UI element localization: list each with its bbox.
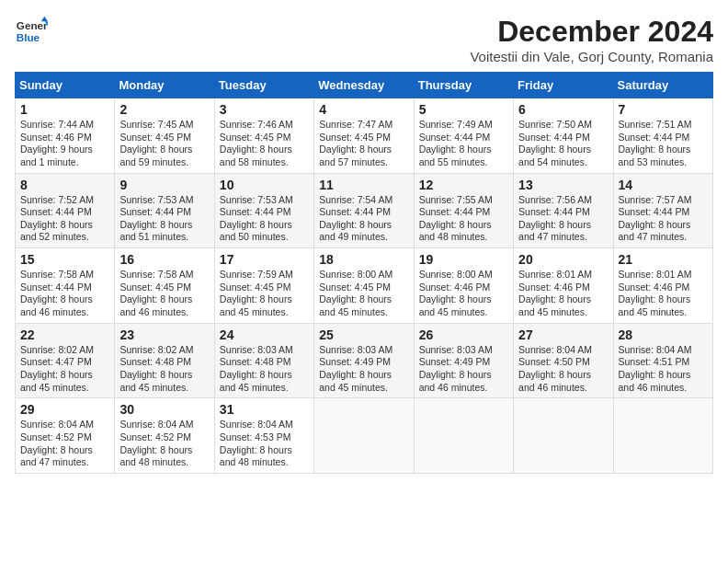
- day-info-line: Daylight: 8 hours: [319, 369, 408, 382]
- day-info-line: Daylight: 8 hours: [220, 219, 309, 232]
- day-info-line: Sunset: 4:50 PM: [518, 356, 608, 369]
- day-number: 7: [619, 102, 708, 117]
- day-info-line: and 46 minutes.: [419, 382, 508, 395]
- day-info-line: Sunrise: 7:47 AM: [319, 119, 408, 132]
- day-info-line: Sunset: 4:44 PM: [619, 132, 708, 144]
- day-info-line: Sunrise: 8:00 AM: [419, 269, 508, 282]
- day-number: 29: [20, 402, 109, 417]
- calendar-cell: 30Sunrise: 8:04 AMSunset: 4:52 PMDayligh…: [115, 398, 214, 474]
- calendar-cell: 7Sunrise: 7:51 AMSunset: 4:44 PMDaylight…: [613, 98, 712, 174]
- calendar-cell: 11Sunrise: 7:54 AMSunset: 4:44 PMDayligh…: [314, 173, 414, 248]
- day-number: 20: [518, 252, 608, 267]
- day-info-line: Sunset: 4:44 PM: [319, 206, 408, 219]
- day-number: 26: [419, 327, 508, 342]
- day-info-line: Sunset: 4:44 PM: [419, 206, 508, 219]
- day-info-line: Sunrise: 7:45 AM: [119, 119, 209, 132]
- day-info-line: Sunrise: 7:57 AM: [619, 194, 708, 207]
- day-info-line: Sunrise: 7:55 AM: [419, 194, 508, 207]
- day-info-line: Sunrise: 8:04 AM: [619, 344, 708, 357]
- day-info-line: Sunset: 4:44 PM: [220, 206, 309, 219]
- day-info-line: Sunrise: 7:53 AM: [119, 194, 209, 207]
- day-number: 13: [518, 178, 608, 192]
- day-number: 16: [119, 252, 209, 267]
- week-row-1: 1Sunrise: 7:44 AMSunset: 4:46 PMDaylight…: [16, 98, 713, 174]
- day-info-line: and 53 minutes.: [619, 156, 708, 169]
- day-info-line: and 52 minutes.: [20, 231, 109, 244]
- day-number: 31: [220, 402, 309, 417]
- day-info-line: Sunrise: 7:58 AM: [20, 269, 109, 282]
- calendar-cell: 4Sunrise: 7:47 AMSunset: 4:45 PMDaylight…: [314, 98, 414, 174]
- day-info-line: and 1 minute.: [20, 156, 109, 169]
- day-info-line: Sunrise: 8:04 AM: [20, 419, 109, 431]
- day-info-line: Daylight: 8 hours: [119, 444, 209, 457]
- day-info-line: Daylight: 8 hours: [619, 293, 708, 306]
- day-info-line: and 46 minutes.: [119, 306, 209, 319]
- calendar-cell: 14Sunrise: 7:57 AMSunset: 4:44 PMDayligh…: [613, 173, 712, 248]
- day-info-line: and 45 minutes.: [20, 382, 109, 395]
- column-header-friday: Friday: [514, 73, 613, 98]
- day-info-line: Sunrise: 7:51 AM: [619, 119, 708, 132]
- day-info-line: Sunrise: 7:56 AM: [518, 194, 608, 207]
- day-info-line: and 45 minutes.: [319, 382, 408, 395]
- day-info-line: Daylight: 8 hours: [419, 144, 508, 156]
- day-info-line: Daylight: 8 hours: [319, 219, 408, 232]
- day-info-line: Sunset: 4:49 PM: [319, 356, 408, 369]
- day-info-line: Sunset: 4:45 PM: [119, 282, 209, 294]
- day-info-line: Sunset: 4:48 PM: [119, 356, 209, 369]
- calendar-cell: 23Sunrise: 8:02 AMSunset: 4:48 PMDayligh…: [115, 323, 214, 398]
- day-number: 28: [619, 327, 708, 342]
- day-info-line: Sunrise: 8:02 AM: [20, 344, 109, 357]
- day-number: 1: [20, 102, 109, 117]
- day-info-line: and 45 minutes.: [119, 382, 209, 395]
- calendar-header: SundayMondayTuesdayWednesdayThursdayFrid…: [16, 73, 713, 98]
- day-info-line: Sunset: 4:53 PM: [220, 431, 309, 444]
- day-info-line: Sunrise: 8:03 AM: [419, 344, 508, 357]
- day-info-line: Daylight: 8 hours: [619, 219, 708, 232]
- day-info-line: Daylight: 8 hours: [119, 144, 209, 156]
- day-info-line: Daylight: 8 hours: [518, 369, 608, 382]
- day-info-line: and 59 minutes.: [119, 156, 209, 169]
- day-info-line: and 48 minutes.: [119, 456, 209, 469]
- day-info-line: Sunset: 4:46 PM: [20, 132, 109, 144]
- day-info-line: and 50 minutes.: [220, 231, 309, 244]
- day-info-line: and 55 minutes.: [419, 156, 508, 169]
- day-number: 4: [319, 102, 408, 117]
- day-info-line: Sunset: 4:45 PM: [119, 132, 209, 144]
- day-info-line: Sunrise: 7:50 AM: [518, 119, 608, 132]
- day-info-line: Sunrise: 7:49 AM: [419, 119, 508, 132]
- month-title: December 2024: [470, 15, 713, 49]
- calendar-cell: 8Sunrise: 7:52 AMSunset: 4:44 PMDaylight…: [16, 173, 115, 248]
- day-number: 8: [20, 178, 109, 192]
- day-info-line: Daylight: 8 hours: [518, 144, 608, 156]
- day-info-line: Sunrise: 7:46 AM: [220, 119, 309, 132]
- day-number: 27: [518, 327, 608, 342]
- day-info-line: and 46 minutes.: [518, 382, 608, 395]
- day-info-line: Sunset: 4:44 PM: [20, 282, 109, 294]
- day-info-line: Sunset: 4:44 PM: [619, 206, 708, 219]
- column-header-saturday: Saturday: [613, 73, 712, 98]
- day-info-line: and 46 minutes.: [20, 306, 109, 319]
- day-info-line: Sunset: 4:52 PM: [119, 431, 209, 444]
- day-info-line: and 48 minutes.: [419, 231, 508, 244]
- day-info-line: and 51 minutes.: [119, 231, 209, 244]
- week-row-3: 15Sunrise: 7:58 AMSunset: 4:44 PMDayligh…: [16, 248, 713, 324]
- day-number: 22: [20, 327, 109, 342]
- column-header-monday: Monday: [115, 73, 214, 98]
- day-info-line: and 47 minutes.: [518, 231, 608, 244]
- day-number: 5: [419, 102, 508, 117]
- calendar-table: SundayMondayTuesdayWednesdayThursdayFrid…: [15, 72, 713, 474]
- day-info-line: Daylight: 8 hours: [220, 369, 309, 382]
- calendar-cell: 25Sunrise: 8:03 AMSunset: 4:49 PMDayligh…: [314, 323, 414, 398]
- column-header-thursday: Thursday: [414, 73, 513, 98]
- day-info-line: Sunrise: 8:04 AM: [220, 419, 309, 431]
- day-info-line: and 58 minutes.: [220, 156, 309, 169]
- day-info-line: Sunset: 4:44 PM: [119, 206, 209, 219]
- day-info-line: Sunrise: 8:03 AM: [220, 344, 309, 357]
- day-info-line: and 45 minutes.: [419, 306, 508, 319]
- day-number: 21: [619, 252, 708, 267]
- title-area: December 2024 Voitestii din Vale, Gorj C…: [470, 15, 713, 64]
- day-info-line: Sunrise: 8:01 AM: [518, 269, 608, 282]
- day-info-line: and 45 minutes.: [220, 382, 309, 395]
- calendar-cell: 15Sunrise: 7:58 AMSunset: 4:44 PMDayligh…: [16, 248, 115, 324]
- week-row-4: 22Sunrise: 8:02 AMSunset: 4:47 PMDayligh…: [16, 323, 713, 398]
